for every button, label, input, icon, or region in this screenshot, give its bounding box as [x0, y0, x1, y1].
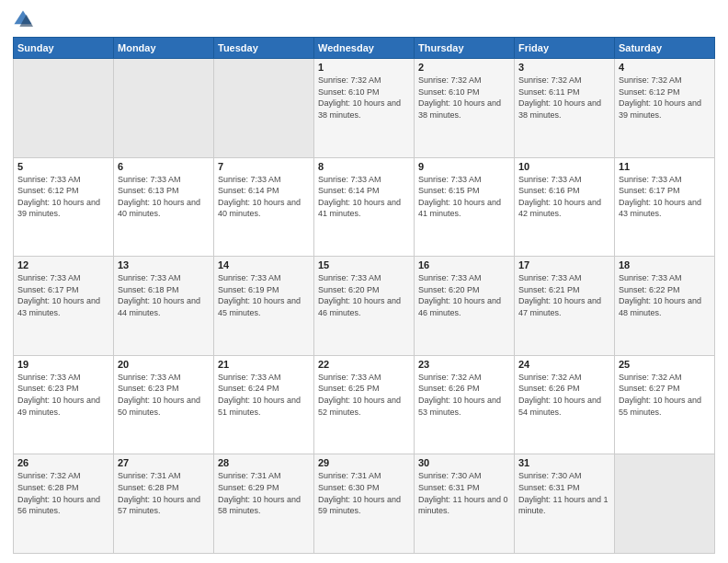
day-info: Sunrise: 7:33 AMSunset: 6:21 PMDaylight:… [518, 272, 610, 318]
day-number: 11 [619, 161, 711, 172]
day-info: Sunrise: 7:33 AMSunset: 6:23 PMDaylight:… [17, 372, 109, 418]
calendar-cell: 15Sunrise: 7:33 AMSunset: 6:20 PMDayligh… [314, 257, 415, 356]
day-number: 22 [318, 359, 410, 370]
day-info: Sunrise: 7:33 AMSunset: 6:12 PMDaylight:… [17, 174, 109, 220]
calendar-cell: 13Sunrise: 7:33 AMSunset: 6:18 PMDayligh… [114, 257, 214, 356]
day-number: 27 [118, 457, 210, 468]
calendar-cell [14, 59, 114, 158]
day-info: Sunrise: 7:32 AMSunset: 6:12 PMDaylight:… [619, 75, 711, 121]
calendar-cell [114, 59, 214, 158]
day-info: Sunrise: 7:32 AMSunset: 6:10 PMDaylight:… [418, 75, 510, 121]
day-number: 4 [619, 62, 711, 73]
day-number: 10 [518, 161, 610, 172]
day-number: 21 [218, 359, 310, 370]
logo-icon [13, 9, 33, 29]
weekday-header-cell: Sunday [14, 38, 114, 59]
day-info: Sunrise: 7:33 AMSunset: 6:14 PMDaylight:… [318, 174, 410, 220]
calendar-cell: 23Sunrise: 7:32 AMSunset: 6:26 PMDayligh… [415, 355, 515, 454]
calendar-cell: 16Sunrise: 7:33 AMSunset: 6:20 PMDayligh… [415, 257, 515, 356]
calendar-week-row: 26Sunrise: 7:32 AMSunset: 6:28 PMDayligh… [14, 454, 715, 554]
calendar-cell: 26Sunrise: 7:32 AMSunset: 6:28 PMDayligh… [14, 454, 114, 554]
day-number: 2 [418, 62, 510, 73]
day-info: Sunrise: 7:30 AMSunset: 6:31 PMDaylight:… [418, 470, 510, 516]
calendar-cell: 1Sunrise: 7:32 AMSunset: 6:10 PMDaylight… [314, 59, 415, 158]
calendar-cell: 31Sunrise: 7:30 AMSunset: 6:31 PMDayligh… [515, 454, 615, 554]
calendar-cell: 4Sunrise: 7:32 AMSunset: 6:12 PMDaylight… [615, 59, 715, 158]
day-info: Sunrise: 7:33 AMSunset: 6:24 PMDaylight:… [218, 372, 310, 418]
day-info: Sunrise: 7:33 AMSunset: 6:20 PMDaylight:… [318, 272, 410, 318]
day-number: 5 [17, 161, 109, 172]
page: SundayMondayTuesdayWednesdayThursdayFrid… [0, 0, 728, 563]
calendar-cell: 20Sunrise: 7:33 AMSunset: 6:23 PMDayligh… [114, 355, 214, 454]
day-number: 31 [518, 457, 610, 468]
weekday-header-row: SundayMondayTuesdayWednesdayThursdayFrid… [14, 38, 715, 59]
calendar-body: 1Sunrise: 7:32 AMSunset: 6:10 PMDaylight… [14, 59, 715, 554]
day-info: Sunrise: 7:33 AMSunset: 6:18 PMDaylight:… [118, 272, 210, 318]
calendar-cell: 30Sunrise: 7:30 AMSunset: 6:31 PMDayligh… [415, 454, 515, 554]
day-number: 3 [518, 62, 610, 73]
calendar-cell: 29Sunrise: 7:31 AMSunset: 6:30 PMDayligh… [314, 454, 415, 554]
calendar-cell [615, 454, 715, 554]
day-number: 19 [17, 359, 109, 370]
day-number: 30 [418, 457, 510, 468]
day-number: 14 [218, 259, 310, 270]
weekday-header-cell: Thursday [415, 38, 515, 59]
day-number: 13 [118, 259, 210, 270]
day-number: 12 [17, 259, 109, 270]
calendar-table: SundayMondayTuesdayWednesdayThursdayFrid… [13, 37, 715, 554]
weekday-header-cell: Monday [114, 38, 214, 59]
calendar-cell: 28Sunrise: 7:31 AMSunset: 6:29 PMDayligh… [214, 454, 314, 554]
calendar-cell: 2Sunrise: 7:32 AMSunset: 6:10 PMDaylight… [415, 59, 515, 158]
logo [13, 9, 37, 29]
calendar-cell: 11Sunrise: 7:33 AMSunset: 6:17 PMDayligh… [615, 157, 715, 257]
weekday-header-cell: Saturday [615, 38, 715, 59]
day-number: 24 [518, 359, 610, 370]
day-info: Sunrise: 7:31 AMSunset: 6:30 PMDaylight:… [318, 470, 410, 516]
day-number: 9 [418, 161, 510, 172]
day-info: Sunrise: 7:33 AMSunset: 6:22 PMDaylight:… [619, 272, 711, 318]
calendar-cell: 14Sunrise: 7:33 AMSunset: 6:19 PMDayligh… [214, 257, 314, 356]
day-info: Sunrise: 7:33 AMSunset: 6:17 PMDaylight:… [619, 174, 711, 220]
day-info: Sunrise: 7:32 AMSunset: 6:10 PMDaylight:… [318, 75, 410, 121]
day-info: Sunrise: 7:33 AMSunset: 6:16 PMDaylight:… [518, 174, 610, 220]
day-info: Sunrise: 7:32 AMSunset: 6:27 PMDaylight:… [619, 372, 711, 418]
day-info: Sunrise: 7:32 AMSunset: 6:26 PMDaylight:… [418, 372, 510, 418]
weekday-header-cell: Friday [515, 38, 615, 59]
day-info: Sunrise: 7:33 AMSunset: 6:13 PMDaylight:… [118, 174, 210, 220]
calendar-week-row: 5Sunrise: 7:33 AMSunset: 6:12 PMDaylight… [14, 157, 715, 257]
day-number: 20 [118, 359, 210, 370]
day-number: 23 [418, 359, 510, 370]
calendar-cell [214, 59, 314, 158]
day-info: Sunrise: 7:33 AMSunset: 6:17 PMDaylight:… [17, 272, 109, 318]
day-info: Sunrise: 7:33 AMSunset: 6:23 PMDaylight:… [118, 372, 210, 418]
day-number: 29 [318, 457, 410, 468]
day-info: Sunrise: 7:32 AMSunset: 6:11 PMDaylight:… [518, 75, 610, 121]
day-info: Sunrise: 7:33 AMSunset: 6:15 PMDaylight:… [418, 174, 510, 220]
calendar-cell: 27Sunrise: 7:31 AMSunset: 6:28 PMDayligh… [114, 454, 214, 554]
weekday-header-cell: Wednesday [314, 38, 415, 59]
calendar-cell: 8Sunrise: 7:33 AMSunset: 6:14 PMDaylight… [314, 157, 415, 257]
calendar-cell: 25Sunrise: 7:32 AMSunset: 6:27 PMDayligh… [615, 355, 715, 454]
day-number: 8 [318, 161, 410, 172]
calendar-cell: 19Sunrise: 7:33 AMSunset: 6:23 PMDayligh… [14, 355, 114, 454]
day-number: 26 [17, 457, 109, 468]
day-number: 18 [619, 259, 711, 270]
day-number: 7 [218, 161, 310, 172]
day-info: Sunrise: 7:33 AMSunset: 6:20 PMDaylight:… [418, 272, 510, 318]
day-number: 28 [218, 457, 310, 468]
day-number: 6 [118, 161, 210, 172]
calendar-week-row: 19Sunrise: 7:33 AMSunset: 6:23 PMDayligh… [14, 355, 715, 454]
day-number: 17 [518, 259, 610, 270]
day-info: Sunrise: 7:32 AMSunset: 6:28 PMDaylight:… [17, 470, 109, 516]
calendar-cell: 22Sunrise: 7:33 AMSunset: 6:25 PMDayligh… [314, 355, 415, 454]
calendar-cell: 18Sunrise: 7:33 AMSunset: 6:22 PMDayligh… [615, 257, 715, 356]
calendar-week-row: 1Sunrise: 7:32 AMSunset: 6:10 PMDaylight… [14, 59, 715, 158]
day-info: Sunrise: 7:33 AMSunset: 6:14 PMDaylight:… [218, 174, 310, 220]
day-number: 16 [418, 259, 510, 270]
calendar-cell: 9Sunrise: 7:33 AMSunset: 6:15 PMDaylight… [415, 157, 515, 257]
header [13, 9, 715, 29]
day-info: Sunrise: 7:33 AMSunset: 6:19 PMDaylight:… [218, 272, 310, 318]
calendar-cell: 5Sunrise: 7:33 AMSunset: 6:12 PMDaylight… [14, 157, 114, 257]
calendar-cell: 6Sunrise: 7:33 AMSunset: 6:13 PMDaylight… [114, 157, 214, 257]
calendar-cell: 7Sunrise: 7:33 AMSunset: 6:14 PMDaylight… [214, 157, 314, 257]
